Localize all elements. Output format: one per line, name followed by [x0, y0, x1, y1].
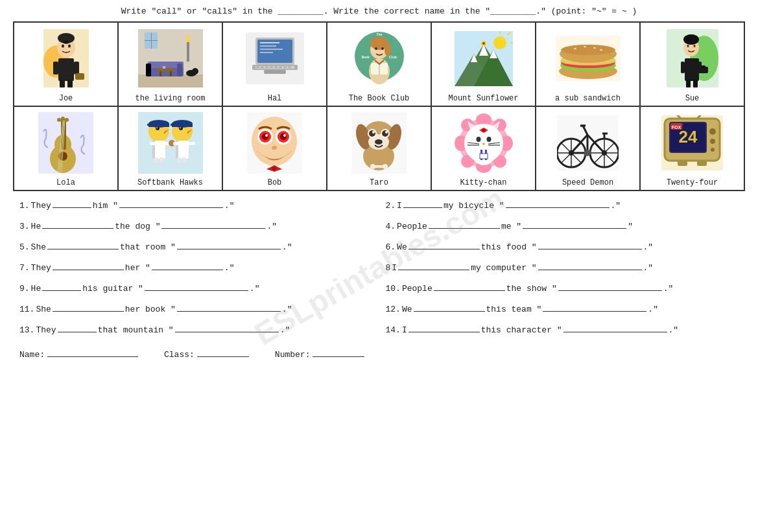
- svg-rect-139: [171, 124, 174, 126]
- svg-rect-130: [189, 142, 195, 145]
- exercise-4: 4. People me " ": [386, 220, 739, 231]
- ex3-end: .": [266, 222, 277, 231]
- ex13-end: .": [280, 325, 290, 335]
- grid-cell-bookclub: The Book Club The Book Club: [327, 23, 432, 107]
- ex9-num: 9.: [19, 284, 30, 294]
- ex7-end: .": [224, 263, 235, 273]
- exercise-7: 7. They her " .": [19, 261, 373, 273]
- svg-point-98: [693, 45, 695, 47]
- cell-label-hal: Hal: [268, 94, 282, 103]
- class-blank[interactable]: [197, 348, 249, 357]
- svg-rect-88: [685, 58, 699, 81]
- exercise-8: 8 I my computer " .": [386, 261, 739, 273]
- ex7-blank1[interactable]: [53, 261, 124, 270]
- ex6-blank2[interactable]: [538, 240, 642, 249]
- ex1-end: .": [224, 201, 235, 211]
- number-blank[interactable]: [313, 348, 364, 357]
- ex4-num: 4.: [386, 222, 396, 231]
- svg-point-111: [65, 118, 69, 122]
- ex2-blank2[interactable]: [506, 199, 610, 208]
- ex8-mid: my computer ": [471, 263, 536, 273]
- ex5-mid: that room ": [120, 242, 176, 252]
- ex4-blank1[interactable]: [429, 220, 500, 229]
- svg-rect-94: [681, 62, 685, 73]
- svg-point-153: [272, 167, 276, 170]
- ex2-blank1[interactable]: [403, 199, 442, 208]
- exercise-row-1: 1. They him " ." 2. I my bicycle " .": [19, 199, 739, 211]
- ex7-subj: They: [31, 263, 51, 273]
- ex9-blank1[interactable]: [42, 282, 81, 291]
- cell-label-bookclub: The Book Club: [349, 94, 410, 103]
- ex4-blank2[interactable]: [523, 220, 626, 229]
- svg-rect-23: [146, 64, 151, 76]
- ex8-blank2[interactable]: [538, 261, 642, 270]
- svg-point-90: [683, 34, 699, 45]
- svg-rect-43: [265, 67, 268, 69]
- ex10-blank2[interactable]: [558, 282, 662, 291]
- ex4-end: ": [628, 222, 633, 231]
- ex13-blank2[interactable]: [175, 323, 279, 332]
- svg-rect-133: [182, 157, 186, 163]
- grid-cell-hal: Hal: [223, 23, 327, 107]
- svg-point-97: [687, 45, 689, 47]
- exercise-row-5: 9. He his guitar " ." 10. People the sho…: [19, 282, 739, 294]
- svg-rect-24: [177, 64, 182, 76]
- ex14-num: 14.: [386, 325, 401, 335]
- ex14-mid: this character ": [481, 325, 562, 335]
- cell-label-sandwich: a sub sandwich: [555, 94, 621, 103]
- ex4-subj: People: [397, 222, 427, 231]
- ex1-mid: him ": [93, 201, 118, 211]
- svg-rect-200: [480, 154, 488, 159]
- ex2-num: 2.: [386, 201, 396, 211]
- svg-rect-8: [60, 80, 65, 87]
- svg-point-10: [62, 45, 64, 48]
- svg-text:Book: Book: [361, 56, 369, 60]
- ex3-blank2[interactable]: [161, 220, 265, 229]
- svg-text:Club: Club: [388, 56, 396, 60]
- ex3-blank1[interactable]: [42, 220, 113, 229]
- ex14-blank2[interactable]: [563, 323, 667, 332]
- ex7-blank2[interactable]: [152, 261, 223, 270]
- svg-point-187: [476, 137, 480, 142]
- ex1-blank1[interactable]: [53, 199, 91, 208]
- ex11-blank1[interactable]: [53, 303, 124, 312]
- ex8-blank1[interactable]: [398, 261, 469, 270]
- ex11-blank2[interactable]: [177, 303, 281, 312]
- svg-rect-34: [260, 42, 279, 43]
- ex9-blank2[interactable]: [145, 282, 248, 291]
- ex12-end: .": [648, 305, 658, 314]
- name-blank[interactable]: [47, 348, 138, 357]
- ex14-blank1[interactable]: [409, 323, 480, 332]
- footer-number: Number:: [275, 348, 365, 360]
- ex10-blank1[interactable]: [434, 282, 505, 291]
- svg-rect-138: [172, 124, 193, 127]
- ex6-blank1[interactable]: [409, 240, 480, 249]
- ex5-blank1[interactable]: [47, 240, 119, 249]
- ex12-blank2[interactable]: [543, 303, 646, 312]
- ex5-blank2[interactable]: [177, 240, 281, 249]
- svg-point-164: [372, 131, 375, 133]
- ex1-subj: They: [31, 201, 51, 211]
- svg-point-29: [192, 68, 198, 75]
- ex5-subj: She: [31, 242, 46, 252]
- ex14-subj: I: [402, 325, 407, 335]
- svg-point-81: [561, 45, 615, 55]
- ex12-subj: We: [402, 305, 412, 314]
- svg-rect-5: [74, 62, 79, 75]
- exercise-row-2: 3. He the dog " ." 4. People me " ": [19, 220, 739, 231]
- ex1-num: 1.: [19, 201, 30, 211]
- svg-point-59: [375, 47, 377, 50]
- svg-rect-135: [148, 124, 169, 127]
- ex4-mid: me ": [501, 222, 521, 231]
- ex13-blank1[interactable]: [58, 323, 97, 332]
- ex12-blank1[interactable]: [414, 303, 485, 312]
- exercise-13: 13. They that mountain " .": [19, 323, 373, 335]
- exercise-row-6: 11. She her book " ." 12. We this team "…: [19, 303, 739, 314]
- exercises-section: 1. They him " ." 2. I my bicycle " ." 3.…: [13, 199, 745, 335]
- svg-rect-37: [260, 52, 273, 53]
- ex1-blank2[interactable]: [119, 199, 223, 208]
- image-grid: Joe: [13, 21, 745, 191]
- ex12-mid: this team ": [486, 305, 542, 314]
- cell-label-taro: Taro: [370, 178, 388, 187]
- svg-point-166: [375, 139, 383, 145]
